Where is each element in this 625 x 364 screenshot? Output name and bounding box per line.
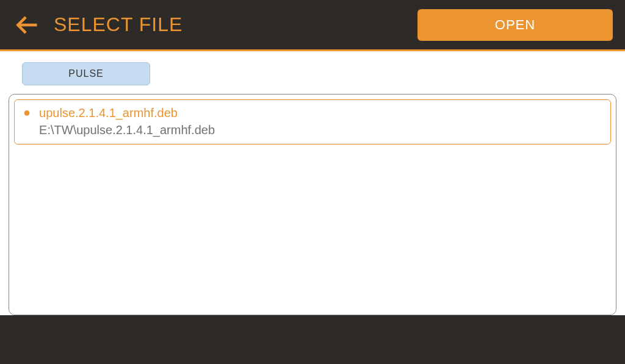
content-area: PULSE ● upulse.2.1.4.1_armhf.deb E:\TW\u… xyxy=(0,51,625,315)
file-path: E:\TW\upulse.2.1.4.1_armhf.deb xyxy=(39,122,215,138)
file-text: upulse.2.1.4.1_armhf.deb E:\TW\upulse.2.… xyxy=(39,105,215,138)
file-list-container: ● upulse.2.1.4.1_armhf.deb E:\TW\upulse.… xyxy=(9,94,616,315)
page-title: SELECT FILE xyxy=(54,13,417,36)
tab-pulse[interactable]: PULSE xyxy=(22,62,150,85)
header-bar: SELECT FILE OPEN xyxy=(0,0,625,51)
bullet-icon: ● xyxy=(23,105,31,120)
back-arrow-icon[interactable] xyxy=(12,10,42,40)
file-name: upulse.2.1.4.1_armhf.deb xyxy=(39,105,215,121)
file-item[interactable]: ● upulse.2.1.4.1_armhf.deb E:\TW\upulse.… xyxy=(14,99,611,145)
open-button[interactable]: OPEN xyxy=(417,9,613,41)
footer-bar xyxy=(0,315,625,364)
